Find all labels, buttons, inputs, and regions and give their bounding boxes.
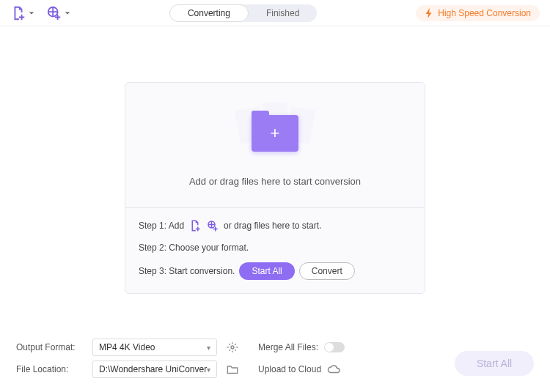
add-file-icon	[10, 5, 26, 21]
upload-label: Upload to Cloud	[258, 364, 321, 374]
topbar: Converting Finished High Speed Conversio…	[0, 0, 550, 26]
footer-start-all-button[interactable]: Start All	[455, 351, 534, 376]
start-all-button[interactable]: Start All	[239, 262, 294, 280]
add-url-icon	[46, 5, 62, 21]
cloud-icon[interactable]	[327, 363, 340, 376]
step-1: Step 1: Add or drag files here to start.	[139, 218, 411, 233]
output-format-label: Output Format:	[16, 342, 84, 352]
footer: Output Format: MP4 4K Video ▾ Merge All …	[0, 328, 550, 392]
plus-icon: +	[271, 125, 280, 141]
add-illustration: +	[235, 104, 315, 163]
svg-point-2	[231, 346, 234, 349]
output-format-select[interactable]: MP4 4K Video ▾	[92, 339, 217, 356]
step3-text: Step 3: Start conversion.	[139, 266, 235, 276]
lightning-icon	[425, 8, 433, 18]
topbar-center: Converting Finished	[70, 4, 416, 22]
topbar-left	[10, 5, 70, 21]
open-folder-icon[interactable]	[226, 363, 239, 376]
convert-button[interactable]: Convert	[299, 262, 355, 280]
dropzone[interactable]: + Add or drag files here to start conver…	[125, 83, 425, 207]
output-format-value: MP4 4K Video	[99, 342, 155, 352]
tab-finished[interactable]: Finished	[249, 4, 317, 22]
add-url-dropdown[interactable]	[46, 5, 70, 21]
tab-converting[interactable]: Converting	[169, 4, 249, 22]
step-3: Step 3: Start conversion. Start All Conv…	[139, 262, 411, 280]
caret-down-icon: ▾	[207, 344, 210, 352]
file-location-value: D:\Wondershare UniConverter 1	[99, 364, 207, 374]
merge-label: Merge All Files:	[258, 342, 318, 352]
footer-row-format: Output Format: MP4 4K Video ▾ Merge All …	[16, 336, 534, 358]
tab-group: Converting Finished	[169, 4, 317, 22]
caret-down-icon	[29, 10, 34, 16]
file-location-select[interactable]: D:\Wondershare UniConverter 1 ▾	[92, 360, 217, 378]
step1-prefix: Step 1: Add	[139, 221, 184, 231]
step-2: Step 2: Choose your format.	[139, 240, 411, 255]
high-speed-label: High Speed Conversion	[438, 8, 531, 18]
dropzone-text: Add or drag files here to start conversi…	[189, 176, 361, 187]
merge-group: Merge All Files:	[258, 342, 345, 352]
steps-panel: Step 1: Add or drag files here to start.…	[125, 207, 425, 293]
caret-down-icon: ▾	[207, 366, 210, 374]
add-file-icon[interactable]	[188, 219, 202, 232]
upload-group: Upload to Cloud	[258, 363, 340, 376]
topbar-right: High Speed Conversion	[416, 5, 540, 21]
merge-toggle[interactable]	[324, 342, 345, 352]
caret-down-icon	[65, 10, 70, 16]
folder-plus-icon: +	[252, 115, 298, 152]
add-url-icon[interactable]	[206, 219, 219, 232]
format-settings-icon[interactable]	[226, 341, 239, 354]
add-file-dropdown[interactable]	[10, 5, 34, 21]
step2-text: Step 2: Choose your format.	[139, 243, 249, 253]
file-location-label: File Location:	[16, 364, 84, 374]
high-speed-badge[interactable]: High Speed Conversion	[416, 5, 540, 21]
conversion-panel: + Add or drag files here to start conver…	[125, 82, 425, 294]
step1-suffix: or drag files here to start.	[224, 221, 321, 231]
main-area: + Add or drag files here to start conver…	[0, 26, 550, 294]
